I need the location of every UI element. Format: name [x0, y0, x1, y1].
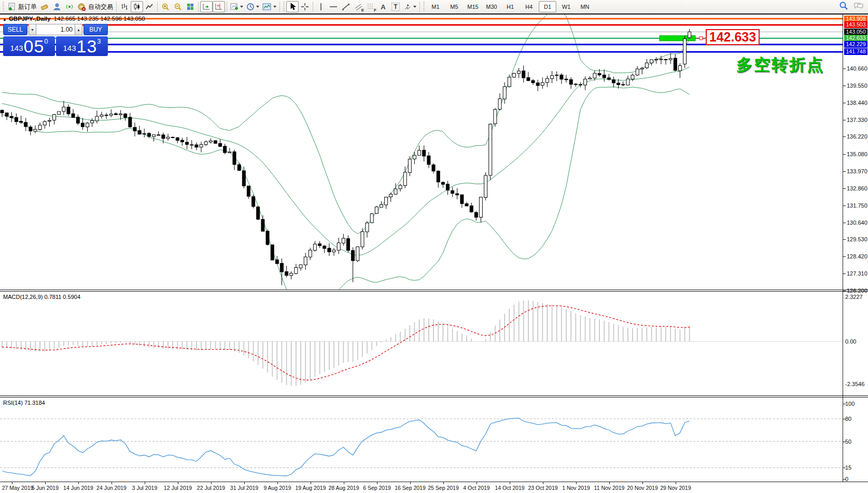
indicators-dropdown-caret[interactable]: [240, 6, 243, 8]
timeframe-M15[interactable]: M15: [464, 1, 482, 12]
sell-button[interactable]: SELL: [3, 24, 27, 35]
timeframe-M1[interactable]: M1: [427, 1, 444, 12]
cursor-button[interactable]: [286, 1, 299, 12]
price-chart-panel[interactable]: [0, 14, 843, 290]
one-click-trading-panel: SELL ▼ ▲ BUY 143050 143133: [3, 24, 108, 56]
buy-button[interactable]: BUY: [83, 24, 108, 35]
autotrade-icon: [77, 3, 86, 11]
zoom-out-button[interactable]: [172, 1, 184, 12]
price-tick-label: 133.970: [847, 168, 867, 174]
text-button[interactable]: A: [377, 1, 389, 12]
date-tick-mark: [244, 482, 245, 484]
price-tick-label: 126.200: [847, 287, 867, 294]
mt4-window: ▲GBPJPY-,Daily 142.665 143.235 142.596 1…: [0, 0, 868, 493]
timeframe-W1[interactable]: W1: [557, 1, 575, 12]
periods-button[interactable]: [245, 1, 261, 12]
autotrade-button[interactable]: 自动交易: [76, 1, 115, 12]
toolbar-grip[interactable]: [2, 2, 5, 12]
channel-letter: E: [361, 8, 364, 12]
timeframe-M30[interactable]: M30: [483, 1, 500, 12]
date-tick-mark: [543, 482, 543, 484]
arrows-dropdown-caret[interactable]: [413, 6, 416, 8]
main-toolbar: 新订单 自动交易: [0, 0, 868, 14]
toolbar-separator: [157, 2, 158, 12]
date-label: 4 Oct 2019: [463, 485, 489, 491]
candlestick-chart-button[interactable]: [131, 1, 143, 12]
arrows-button[interactable]: [402, 1, 418, 12]
horizontal-line-icon: [329, 3, 338, 11]
auto-scroll-button[interactable]: [200, 1, 213, 12]
template-dropdown-caret[interactable]: [273, 6, 276, 8]
date-axis[interactable]: 27 May 20195 Jun 201914 Jun 201924 Jun 2…: [0, 482, 868, 493]
date-label: 20 Nov 2019: [627, 485, 658, 491]
chart-shift-icon: [215, 3, 223, 11]
toolbar-grip[interactable]: [423, 2, 425, 12]
zoom-in-button[interactable]: [159, 1, 172, 12]
bar-chart-button[interactable]: [118, 1, 131, 12]
volume-input[interactable]: [36, 24, 75, 35]
price-tick-mark: [843, 256, 846, 257]
rsi-panel[interactable]: [0, 398, 843, 482]
horizontal-line-button[interactable]: [327, 1, 340, 12]
bar-chart-icon: [120, 3, 129, 11]
volume-decrease-button[interactable]: ▼: [29, 24, 36, 35]
toolbar-separator: [313, 2, 313, 12]
date-label: 22 Jul 2019: [197, 485, 225, 491]
chat-icon[interactable]: [853, 1, 864, 10]
date-tick-mark: [443, 482, 444, 484]
crosshair-button[interactable]: [299, 1, 311, 12]
macd-indicator-label: MACD(12,26,9) 0.7811 0.5904: [3, 294, 80, 300]
highlighter-button[interactable]: [38, 1, 51, 12]
price-callout-label[interactable]: 142.633: [706, 29, 760, 45]
price-tick-label: 127.310: [847, 270, 867, 277]
chart-title: ▲GBPJPY-,Daily 142.665 143.235 142.596 1…: [3, 16, 145, 22]
rsi-tick-label: 80: [845, 416, 851, 422]
date-label: 12 Jul 2019: [164, 485, 192, 491]
sell-price-tile[interactable]: 143050: [3, 36, 55, 56]
date-tick-mark: [311, 482, 311, 484]
volume-stepper: ▼ ▲: [29, 24, 82, 35]
collapse-icon[interactable]: ▲: [3, 17, 7, 22]
signal-button[interactable]: [63, 1, 76, 12]
search-icon[interactable]: [839, 1, 848, 10]
profile-icon: [53, 3, 61, 11]
date-tick-mark: [676, 482, 676, 484]
vertical-line-button[interactable]: [315, 1, 327, 12]
toolbar-separator: [198, 2, 199, 12]
macd-tick-label: 2.3227: [845, 294, 863, 300]
toolbar-separator: [279, 2, 280, 12]
fibonacci-button[interactable]: F: [365, 1, 377, 12]
timeframe-M5[interactable]: M5: [445, 1, 463, 12]
template-button[interactable]: [261, 1, 278, 12]
price-macd-splitter[interactable]: [0, 290, 868, 290]
indicators-button[interactable]: [229, 1, 245, 12]
text-label-button[interactable]: T: [389, 1, 402, 12]
chart-shift-button[interactable]: [213, 1, 225, 12]
buy-price-tile[interactable]: 143133: [56, 36, 108, 56]
rsi-indicator-label: RSI(14) 71.3184: [3, 400, 45, 406]
macd-panel[interactable]: [0, 292, 843, 395]
profile-button[interactable]: [51, 1, 63, 12]
periods-dropdown-caret[interactable]: [256, 6, 259, 8]
timeframe-D1[interactable]: D1: [539, 1, 556, 12]
toolbar-grip[interactable]: [283, 2, 285, 12]
equidistant-channel-button[interactable]: E: [352, 1, 365, 12]
line-chart-button[interactable]: [143, 1, 156, 12]
date-tick-mark: [609, 482, 610, 484]
date-label: 19 Aug 2019: [296, 485, 326, 491]
timeframe-MN[interactable]: MN: [576, 1, 594, 12]
autotrade-label: 自动交易: [88, 3, 113, 11]
turning-point-annotation[interactable]: 多空转折点: [736, 54, 824, 76]
text-tool-icon: A: [381, 3, 385, 11]
date-tick-mark: [576, 482, 577, 484]
timeframe-H1[interactable]: H1: [501, 1, 519, 12]
price-tick-mark: [843, 206, 846, 206]
timeframe-H4[interactable]: H4: [520, 1, 538, 12]
volume-increase-button[interactable]: ▲: [75, 24, 82, 35]
tile-windows-button[interactable]: [184, 1, 197, 12]
price-tick-mark: [843, 154, 846, 155]
new-order-button[interactable]: 新订单: [6, 1, 38, 12]
trendline-button[interactable]: [340, 1, 352, 12]
macd-rsi-splitter[interactable]: [0, 395, 868, 396]
chart-window: ▲GBPJPY-,Daily 142.665 143.235 142.596 1…: [0, 0, 868, 493]
